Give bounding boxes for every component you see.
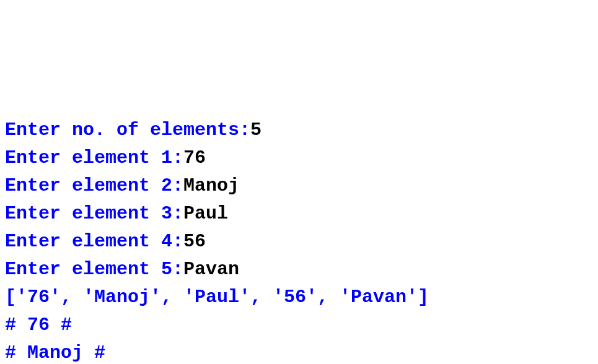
prompt-text: Enter element 3: (5, 203, 183, 224)
input-line-3: Enter element 2:Manoj (5, 172, 593, 200)
prompt-text: Enter element 5: (5, 259, 183, 280)
input-line-2: Enter element 1:76 (5, 144, 593, 172)
input-line-5: Enter element 4:56 (5, 228, 593, 256)
output-line-2: # 76 # (5, 311, 593, 339)
prompt-text: Enter no. of elements: (5, 119, 250, 141)
input-line-4: Enter element 3:Paul (5, 200, 593, 228)
user-input: 56 (183, 231, 206, 252)
prompt-text: Enter element 1: (5, 147, 183, 168)
input-line-6: Enter element 5:Pavan (5, 256, 593, 284)
input-line-1: Enter no. of elements:5 (5, 116, 593, 144)
user-input: 5 (250, 119, 262, 141)
prompt-text: Enter element 4: (5, 231, 183, 252)
output-line-3: # Manoj # (5, 339, 593, 364)
user-input: Manoj (183, 175, 239, 196)
output-line-1: ['76', 'Manoj', 'Paul', '56', 'Pavan'] (5, 284, 593, 311)
user-input: Pavan (183, 259, 239, 280)
prompt-text: Enter element 2: (5, 175, 183, 196)
user-input: 76 (183, 147, 206, 168)
terminal-output: Enter no. of elements:5Enter element 1:7… (5, 116, 593, 364)
user-input: Paul (183, 203, 228, 224)
